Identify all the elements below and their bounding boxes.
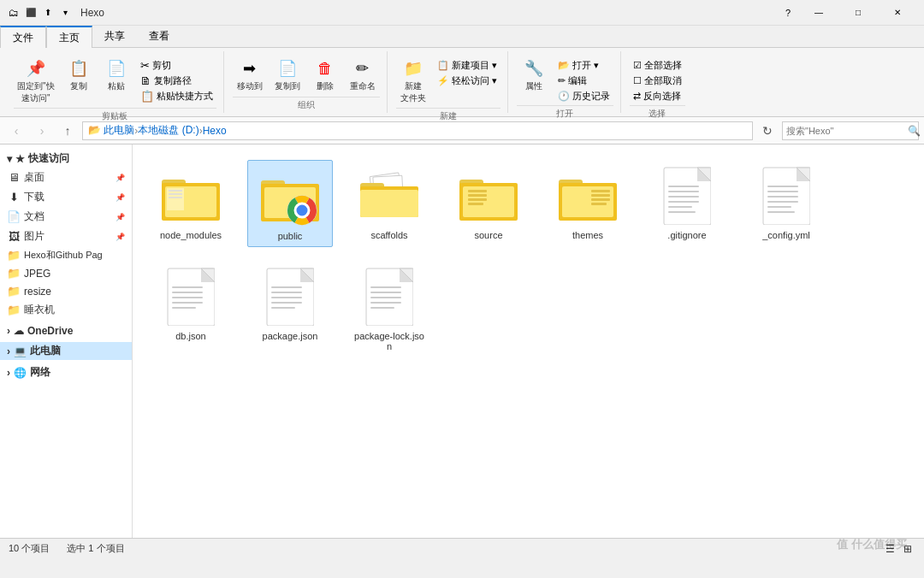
svg-rect-35 (668, 191, 699, 192)
search-input[interactable] (786, 126, 904, 136)
file-item-public[interactable]: public (247, 160, 333, 247)
select-all-button[interactable]: ☑ 全部选择 (630, 58, 685, 73)
sidebar-item-pajamas[interactable]: 📁 睡衣机 (0, 300, 132, 320)
sidebar-item-pictures[interactable]: 🖼 图片 📌 (0, 227, 132, 246)
copy-to-icon: 📄 (275, 56, 299, 80)
ribbon-group-clipboard: 📌 固定到"快速访问" 📋 复制 📄 粘贴 ✂ 剪切 🗎 复制路径 📋 粘贴快捷… (7, 51, 224, 113)
delete-icon: 🗑 (313, 56, 337, 80)
breadcrumb-drive[interactable]: 本地磁盘 (D:) (138, 123, 198, 138)
svg-rect-53 (172, 292, 203, 293)
tab-file[interactable]: 文件 (0, 26, 46, 48)
delete-button[interactable]: 🗑 删除 (308, 55, 342, 94)
close-button[interactable]: ✕ (878, 0, 917, 26)
file-item-source[interactable]: source (446, 160, 531, 247)
file-label-packagelockjson: package-lock.json (352, 331, 427, 351)
pajamas-icon: 📁 (7, 304, 21, 316)
copy-path-button[interactable]: 🗎 复制路径 (137, 74, 216, 88)
move-button[interactable]: ➡ 移动到 (233, 55, 267, 94)
sidebar-item-resize[interactable]: 📁 resize (0, 282, 132, 300)
tab-home[interactable]: 主页 (46, 26, 92, 48)
refresh-button[interactable]: ↻ (756, 120, 779, 142)
sidebar-header-thispc[interactable]: › 💻 此电脑 (0, 342, 132, 360)
resize-icon: 📁 (7, 285, 21, 298)
svg-rect-71 (370, 302, 401, 304)
sidebar-item-desktop[interactable]: 🖥 桌面 📌 (0, 168, 132, 187)
svg-rect-56 (172, 307, 196, 309)
files-grid: node_modules (141, 153, 915, 363)
paste-shortcut-icon: 📋 (140, 90, 154, 103)
new-folder-button[interactable]: 📁 新建文件夹 (396, 55, 430, 106)
quick-access-icon[interactable]: ⬛ (24, 6, 38, 20)
properties-button[interactable]: 🔧 属性 (517, 55, 551, 94)
sidebar-item-jpeg[interactable]: 📁 JPEG (0, 264, 132, 282)
paste-icon: 📄 (104, 56, 128, 80)
minimize-button[interactable]: — (799, 0, 838, 26)
maximize-button[interactable]: □ (838, 0, 878, 26)
cut-button[interactable]: ✂ 剪切 (137, 58, 216, 73)
tab-share[interactable]: 共享 (92, 26, 137, 47)
tab-view[interactable]: 查看 (137, 26, 181, 47)
network-expand-icon: › (7, 367, 10, 379)
up-icon[interactable]: ⬆ (41, 6, 55, 20)
network-icon: 🌐 (14, 367, 27, 379)
sidebar-header-quickaccess[interactable]: ▾ ★ 快速访问 (0, 150, 132, 168)
file-item-gitignore[interactable]: .gitignore (644, 160, 730, 247)
paste-shortcut-button[interactable]: 📋 粘贴快捷方式 (137, 89, 216, 103)
pin-button[interactable]: 📌 固定到"快速访问" (14, 55, 58, 106)
file-item-themes[interactable]: themes (545, 160, 631, 247)
content-area: node_modules (133, 144, 924, 538)
open-label: 打开 (517, 105, 613, 121)
new-item-button[interactable]: 📋 新建项目 ▾ (434, 58, 500, 73)
open-items: 🔧 属性 📂 打开 ▾ ✏ 编辑 🕐 历史记录 (517, 51, 613, 103)
ribbon-group-new: 📁 新建文件夹 📋 新建项目 ▾ ⚡ 轻松访问 ▾ 新建 (389, 51, 508, 113)
file-icon-gitignore (656, 165, 718, 227)
svg-rect-39 (668, 211, 696, 213)
file-label-public: public (278, 231, 303, 241)
folder-icon-node-modules (160, 165, 222, 227)
sidebar-item-hexo-github[interactable]: 📁 Hexo和Github Pag (0, 246, 132, 264)
file-item-packagelockjson[interactable]: package-lock.json (346, 261, 432, 357)
sidebar-item-downloads[interactable]: ⬇ 下载 📌 (0, 187, 132, 207)
main-layout: ▾ ★ 快速访问 🖥 桌面 📌 ⬇ 下载 📌 📄 文档 📌 🖼 图片 (0, 144, 924, 538)
file-item-node-modules[interactable]: node_modules (148, 160, 234, 247)
svg-rect-28 (591, 194, 610, 197)
copy-button[interactable]: 📋 复制 (62, 55, 96, 94)
dropdown-icon[interactable]: ▾ (58, 6, 72, 20)
easy-access-button[interactable]: ⚡ 轻松访问 ▾ (434, 74, 500, 88)
file-item-dbjson[interactable]: db.json (148, 261, 234, 357)
sidebar-header-network[interactable]: › 🌐 网络 (0, 363, 132, 381)
help-button[interactable]: ? (777, 0, 799, 26)
copy-to-button[interactable]: 📄 复制到 (270, 55, 305, 94)
select-none-button[interactable]: ☐ 全部取消 (630, 74, 685, 88)
search-box[interactable]: 🔍 (782, 121, 919, 140)
up-button[interactable]: ↑ (56, 120, 79, 142)
properties-icon: 🔧 (522, 56, 546, 80)
back-button[interactable]: ‹ (5, 120, 27, 142)
sidebar-item-documents[interactable]: 📄 文档 📌 (0, 207, 132, 227)
file-item-config[interactable]: _config.yml (743, 160, 829, 247)
forward-button[interactable]: › (31, 120, 53, 142)
svg-rect-4 (169, 190, 182, 192)
file-icon-packagejson (259, 266, 321, 327)
edit-button[interactable]: ✏ 编辑 (554, 74, 613, 88)
window-icon: 🗂 (7, 6, 21, 20)
rename-button[interactable]: ✏ 重命名 (346, 55, 380, 94)
thispc-expand-icon: › (7, 345, 10, 357)
file-label-packagejson: package.json (263, 331, 318, 341)
history-button[interactable]: 🕐 历史记录 (554, 89, 613, 103)
paste-button[interactable]: 📄 粘贴 (99, 55, 133, 94)
breadcrumb-hexo[interactable]: Hexo (203, 125, 227, 137)
address-path[interactable]: 📂 此电脑 › 本地磁盘 (D:) › Hexo (82, 121, 753, 140)
search-icon: 🔍 (908, 125, 921, 137)
file-item-scaffolds[interactable]: scaffolds (346, 160, 432, 247)
file-label-source: source (474, 230, 502, 240)
invert-select-button[interactable]: ⇄ 反向选择 (630, 89, 685, 103)
ribbon-group-select: ☑ 全部选择 ☐ 全部取消 ⇄ 反向选择 选择 (623, 51, 692, 113)
selected-count: 选中 1 个项目 (67, 542, 124, 555)
item-count: 10 个项目 (9, 542, 50, 555)
open-button[interactable]: 📂 打开 ▾ (554, 58, 613, 73)
sidebar-header-onedrive[interactable]: › ☁ OneDrive (0, 323, 132, 339)
svg-rect-38 (668, 206, 692, 208)
breadcrumb-pc[interactable]: 📂 此电脑 (88, 123, 134, 138)
file-item-packagejson[interactable]: package.json (247, 261, 333, 357)
